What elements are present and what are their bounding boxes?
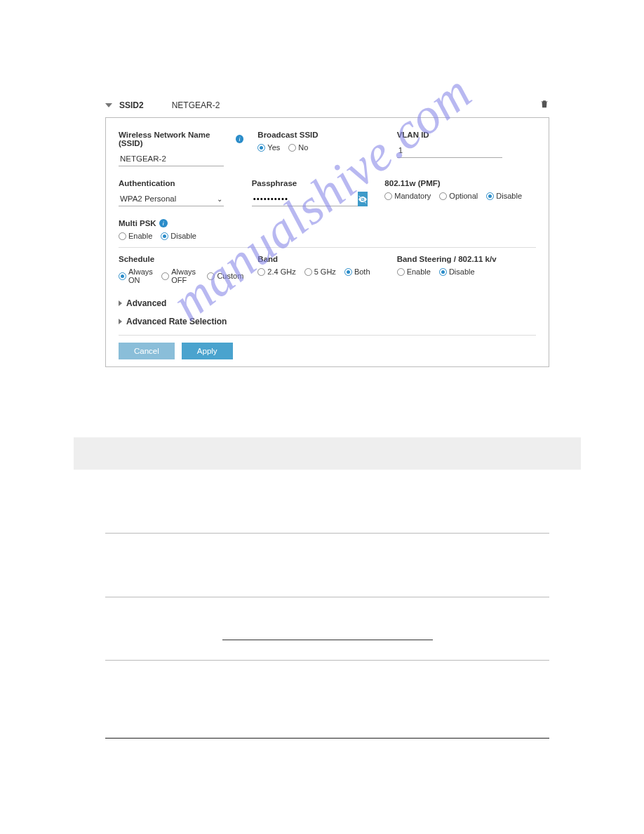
ssid-name-input[interactable] [119, 152, 224, 166]
ssid-config-panel: Wireless Network Name (SSID) i Broadcast… [105, 117, 549, 367]
authentication-label: Authentication [119, 179, 238, 187]
band-5-radio[interactable]: 5 GHz [304, 267, 336, 276]
steering-disable-radio[interactable]: Disable [439, 267, 475, 276]
broadcast-no-radio[interactable]: No [288, 143, 308, 152]
schedule-custom-radio[interactable]: Custom [207, 272, 243, 280]
schedule-always-off-radio[interactable]: Always OFF [161, 267, 199, 284]
band-label: Band [257, 255, 382, 263]
separator-line [105, 533, 549, 534]
show-password-button[interactable] [358, 192, 368, 206]
info-icon[interactable]: i [236, 135, 244, 143]
section-divider [119, 335, 536, 336]
multipsk-disable-radio[interactable]: Disable [161, 232, 196, 240]
section-divider [119, 247, 536, 248]
ssid-name-label: Wireless Network Name (SSID) i [119, 131, 243, 147]
vlan-id-input[interactable] [397, 143, 502, 158]
pmf-mandatory-radio[interactable]: Mandatory [384, 192, 431, 200]
chevron-right-icon [119, 319, 122, 324]
passphrase-input[interactable] [252, 192, 358, 206]
separator-line [105, 660, 549, 661]
band-steering-label: Band Steering / 802.11 k/v [397, 255, 522, 263]
underline-placeholder [222, 640, 433, 640]
apply-button[interactable]: Apply [182, 343, 233, 359]
schedule-always-on-radio[interactable]: Always ON [119, 267, 153, 284]
gray-band [74, 437, 581, 470]
pmf-label: 802.11w (PMF) [384, 179, 522, 187]
footer-line [105, 738, 549, 739]
ssid-index-label: SSID2 [119, 100, 144, 110]
info-icon[interactable]: i [159, 219, 168, 227]
band-24-radio[interactable]: 2.4 GHz [257, 267, 295, 276]
vlan-id-label: VLAN ID [397, 131, 522, 139]
steering-enable-radio[interactable]: Enable [397, 267, 431, 276]
ssid-header-toggle[interactable]: SSID2 NETGEAR-2 [105, 100, 220, 110]
advanced-toggle[interactable]: Advanced [119, 294, 536, 312]
pmf-optional-radio[interactable]: Optional [439, 192, 478, 200]
trash-icon[interactable] [539, 98, 549, 112]
chevron-down-icon [105, 103, 112, 107]
broadcast-yes-radio[interactable]: Yes [257, 143, 280, 152]
advanced-rate-toggle[interactable]: Advanced Rate Selection [119, 312, 536, 331]
schedule-label: Schedule [119, 255, 243, 263]
cancel-button[interactable]: Cancel [119, 343, 175, 359]
passphrase-label: Passphrase [252, 179, 371, 187]
broadcast-ssid-label: Broadcast SSID [257, 131, 382, 139]
chevron-down-icon: ⌄ [217, 195, 222, 203]
ssid-header-row: SSID2 NETGEAR-2 [105, 98, 549, 112]
band-both-radio[interactable]: Both [344, 267, 370, 276]
chevron-right-icon [119, 300, 122, 306]
authentication-select[interactable]: WPA2 Personal ⌄ [119, 192, 224, 206]
ssid-name-value: NETGEAR-2 [172, 100, 220, 110]
pmf-disable-radio[interactable]: Disable [486, 192, 522, 200]
multipsk-label: Multi PSK i [119, 219, 243, 227]
multipsk-enable-radio[interactable]: Enable [119, 232, 152, 240]
